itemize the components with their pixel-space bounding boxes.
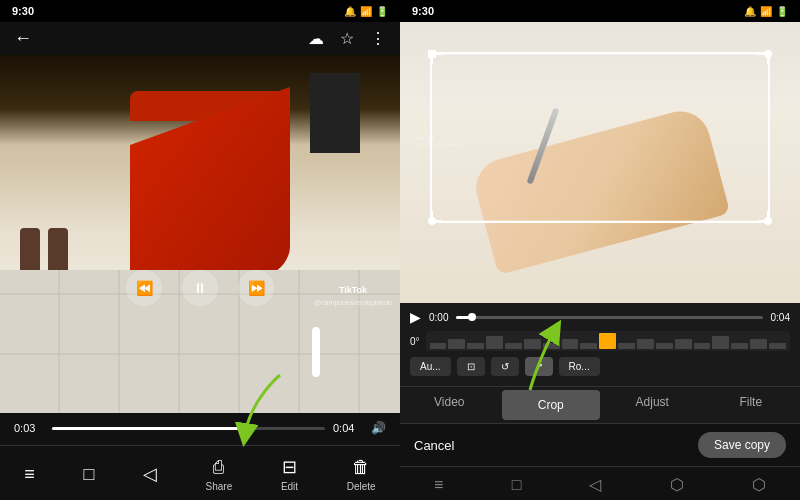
right-nav-icon4[interactable]: ⬡ [670, 475, 684, 494]
edit-label: Edit [281, 481, 298, 492]
rotation-degree: 0° [410, 336, 420, 347]
right-status-bar: 9:30 🔔 📶 🔋 [400, 0, 800, 22]
left-top-bar: ← ☁ ☆ ⋮ [0, 22, 400, 55]
star-icon[interactable]: ☆ [340, 29, 354, 48]
upload-icon[interactable]: ☁ [308, 29, 324, 48]
forward-button[interactable]: ⏩ [238, 270, 274, 306]
more-icon[interactable]: ⋮ [370, 29, 386, 48]
left-status-bar: 9:30 🔔 📶 🔋 [0, 0, 400, 22]
tab-row: Video Crop Adjust Filte [400, 386, 800, 424]
delete-label: Delete [347, 481, 376, 492]
tiktok-watermark: TikTok @campunesverdepinedo [314, 285, 392, 306]
share-label: Share [206, 481, 233, 492]
nav-item-menu[interactable]: ≡ [24, 464, 35, 485]
cancel-button[interactable]: Cancel [414, 438, 454, 453]
end-time: 0:04 [333, 422, 363, 434]
volume-icon[interactable]: 🔊 [371, 421, 386, 435]
nav-item-home[interactable]: □ [83, 464, 94, 485]
right-video-preview: TikTok @campunesverde... [400, 22, 800, 303]
right-status-icons: 🔔 📶 🔋 [744, 6, 788, 17]
tab-crop[interactable]: Crop [502, 390, 601, 420]
right-current-time: 0:00 [429, 312, 448, 323]
crop-handle-right[interactable] [764, 50, 772, 58]
delete-button[interactable]: 🗑 Delete [347, 457, 376, 492]
right-play-button[interactable]: ▶ [410, 309, 421, 325]
left-video-area: TikTok @campunesverdepinedo ⏪ ⏸ ⏩ [0, 55, 400, 413]
right-nav-back-icon[interactable]: ◁ [589, 475, 601, 494]
rotate-tool-button[interactable]: ↺ [491, 357, 519, 376]
pause-button[interactable]: ⏸ [182, 270, 218, 306]
left-status-icons: 🔔 📶 🔋 [344, 6, 388, 17]
video-background: TikTok @campunesverdepinedo ⏪ ⏸ ⏩ [0, 55, 400, 413]
share-button[interactable]: ⎙ Share [206, 457, 233, 492]
reset-tool-button[interactable]: Ro... [559, 357, 600, 376]
right-nav-icon5[interactable]: ⬡ [752, 475, 766, 494]
rotation-track[interactable] [426, 331, 790, 351]
tools-row: Au... ⊡ ↺ ⤢ Ro... [410, 357, 790, 376]
save-copy-button[interactable]: Save copy [698, 432, 786, 458]
audio-tool-button[interactable]: Au... [410, 357, 451, 376]
tab-video[interactable]: Video [400, 387, 499, 423]
timeline-track[interactable] [52, 427, 325, 430]
left-timeline: 0:03 0:04 🔊 [0, 413, 400, 445]
crop-resize-tool-button[interactable]: ⤢ [525, 357, 553, 376]
left-time: 9:30 [12, 5, 34, 17]
right-end-time: 0:04 [771, 312, 790, 323]
tab-adjust[interactable]: Adjust [603, 387, 702, 423]
rewind-button[interactable]: ⏪ [126, 270, 162, 306]
left-bottom-nav: ≡ □ ◁ ⎙ Share ⊟ Edit 🗑 Delete [0, 445, 400, 500]
right-tiktok-watermark: TikTok @campunesverde... [415, 134, 469, 147]
right-time: 9:30 [412, 5, 434, 17]
nav-item-back[interactable]: ◁ [143, 463, 157, 485]
aspect-tool-button[interactable]: ⊡ [457, 357, 485, 376]
current-time: 0:03 [14, 422, 44, 434]
tab-filter[interactable]: Filte [702, 387, 801, 423]
right-panel: 9:30 🔔 📶 🔋 TikTok @campunesverde... [400, 0, 800, 500]
playback-controls: ⏪ ⏸ ⏩ [126, 270, 274, 306]
right-timeline-track[interactable] [456, 316, 762, 319]
right-controls: ▶ 0:00 0:04 0° [400, 303, 800, 386]
hand-image [470, 105, 731, 276]
right-nav-menu-icon[interactable]: ≡ [434, 476, 443, 494]
right-bottom-nav: ≡ □ ◁ ⬡ ⬡ [400, 466, 800, 500]
edit-button[interactable]: ⊟ Edit [281, 456, 298, 492]
right-nav-home-icon[interactable]: □ [512, 476, 522, 494]
back-icon[interactable]: ← [14, 28, 32, 49]
crop-handle-left[interactable] [428, 50, 436, 58]
action-row: Cancel Save copy [400, 424, 800, 466]
left-panel: 9:30 🔔 📶 🔋 ← ☁ ☆ ⋮ [0, 0, 400, 500]
